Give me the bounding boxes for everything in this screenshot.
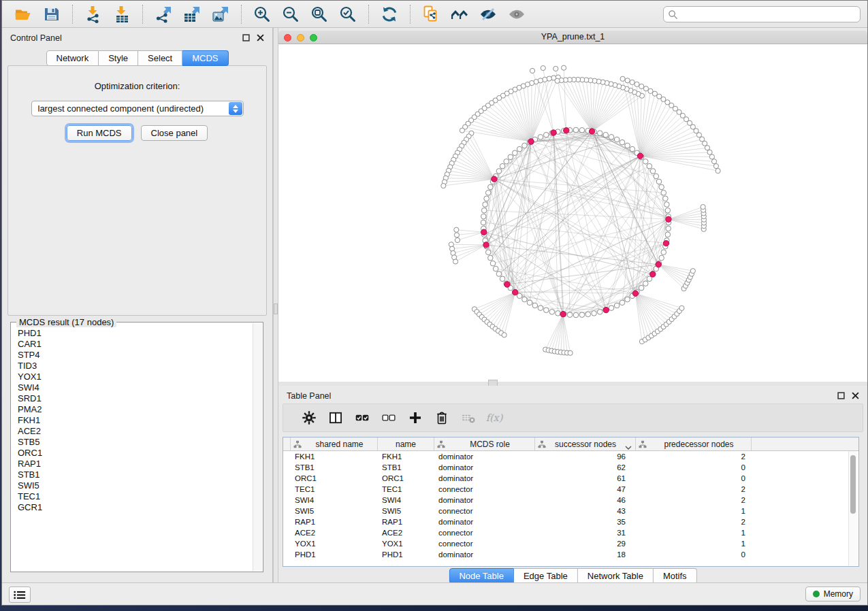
satellite-node[interactable] (643, 86, 648, 91)
mcds-result-item[interactable]: YOX1 (18, 371, 253, 382)
ring-node[interactable] (513, 150, 518, 156)
hub-node[interactable] (492, 176, 497, 182)
ring-node[interactable] (483, 202, 488, 208)
satellite-node[interactable] (455, 237, 460, 242)
ring-node[interactable] (597, 131, 602, 136)
mcds-result-item[interactable]: RAP1 (18, 459, 253, 469)
tab-style[interactable]: Style (99, 50, 138, 66)
ring-node[interactable] (573, 127, 579, 133)
add-column-icon[interactable] (405, 409, 425, 427)
hub-node[interactable] (560, 311, 566, 316)
ring-node[interactable] (639, 285, 644, 291)
ring-node[interactable] (481, 208, 487, 213)
mcds-result-item[interactable]: ACE2 (18, 426, 253, 437)
ring-node[interactable] (567, 312, 573, 318)
mcds-result-item[interactable]: TEC1 (18, 491, 253, 502)
ring-node[interactable] (481, 220, 486, 225)
select-all-columns-icon[interactable] (352, 409, 372, 427)
satellite-node[interactable] (652, 91, 657, 96)
ring-node[interactable] (603, 132, 609, 137)
ring-node[interactable] (538, 135, 543, 140)
column-header-predecessor-nodes[interactable]: predecessor nodes (636, 437, 752, 450)
table-row[interactable]: RAP1RAP1dominator352 (283, 516, 858, 527)
ring-node[interactable] (549, 310, 555, 315)
mcds-result-item[interactable]: STP4 (18, 350, 253, 361)
mcds-result-item[interactable]: STB1 (18, 469, 253, 480)
ring-node[interactable] (484, 196, 489, 201)
ring-node[interactable] (620, 139, 625, 145)
mcds-result-item[interactable]: TID3 (18, 361, 253, 371)
table-settings-icon[interactable] (299, 409, 319, 427)
satellite-node[interactable] (453, 259, 458, 264)
satellite-node[interactable] (502, 333, 507, 337)
ring-node[interactable] (556, 311, 561, 316)
ring-node[interactable] (508, 154, 513, 160)
satellite-node[interactable] (679, 306, 684, 310)
ring-node[interactable] (647, 163, 652, 169)
search-box[interactable] (663, 6, 861, 22)
ring-node[interactable] (665, 232, 671, 237)
ring-node[interactable] (614, 137, 620, 142)
table-row[interactable]: YOX1YOX1connector291 (283, 538, 858, 549)
satellite-node[interactable] (648, 88, 653, 93)
ring-node[interactable] (609, 306, 614, 311)
table-scrollbar[interactable] (848, 451, 858, 565)
column-header-shared-name[interactable]: shared name (291, 437, 378, 450)
tab-network-table[interactable]: Network Table (578, 568, 654, 584)
satellite-node[interactable] (454, 227, 459, 232)
vertical-splitter-handle[interactable] (274, 303, 278, 314)
mcds-result-item[interactable]: ORC1 (18, 448, 253, 459)
satellite-node[interactable] (620, 76, 625, 81)
ring-node[interactable] (500, 276, 505, 282)
ring-node[interactable] (592, 311, 597, 316)
column-header-successor-nodes[interactable]: successor nodes (535, 437, 636, 450)
mcds-result-item[interactable]: PMA2 (18, 404, 253, 415)
mcds-result-item[interactable]: SWI5 (18, 480, 253, 491)
import-table-icon[interactable] (112, 4, 132, 24)
zoom-out-icon[interactable] (280, 4, 301, 24)
ring-node[interactable] (625, 297, 630, 302)
sort-desc-icon[interactable] (625, 442, 632, 446)
hub-node[interactable] (663, 240, 669, 246)
tab-mcds[interactable]: MCDS (182, 50, 228, 66)
ring-node[interactable] (656, 179, 662, 184)
mcds-result-item[interactable]: SRD1 (18, 393, 253, 404)
ring-node[interactable] (661, 250, 666, 255)
satellite-node[interactable] (454, 233, 459, 237)
vertical-splitter[interactable] (273, 28, 278, 583)
ring-node[interactable] (500, 163, 505, 169)
mcds-result-item[interactable]: FKH1 (18, 415, 253, 426)
tab-network[interactable]: Network (46, 50, 99, 66)
mcds-result-scrollbar[interactable] (253, 323, 262, 571)
ring-node[interactable] (485, 250, 491, 255)
ring-node[interactable] (663, 196, 669, 201)
open-session-icon[interactable] (13, 4, 33, 24)
delete-column-icon[interactable] (432, 409, 452, 427)
ring-node[interactable] (625, 143, 630, 148)
memory-button[interactable]: Memory (805, 587, 861, 601)
satellite-node[interactable] (568, 350, 573, 355)
criterion-select[interactable]: largest connected component (undirected) (31, 101, 244, 116)
new-network-from-selection-icon[interactable] (421, 4, 441, 24)
mcds-result-item[interactable]: CAR1 (18, 339, 253, 350)
ring-node[interactable] (538, 306, 543, 311)
satellite-node[interactable] (547, 76, 551, 81)
satellite-node[interactable] (530, 68, 534, 73)
satellite-node[interactable] (713, 164, 718, 169)
satellite-node[interactable] (634, 82, 639, 86)
tab-edge-table[interactable]: Edge Table (514, 568, 578, 584)
zoom-fit-icon[interactable] (309, 4, 329, 24)
float-table-panel-icon[interactable] (837, 392, 845, 399)
tab-node-table[interactable]: Node Table (449, 568, 514, 584)
export-network-icon[interactable] (153, 4, 174, 24)
tab-motifs[interactable]: Motifs (654, 568, 697, 584)
hub-node[interactable] (504, 282, 510, 287)
satellite-node[interactable] (555, 78, 560, 83)
hub-node[interactable] (656, 262, 661, 267)
column-header-name[interactable]: name (378, 437, 434, 450)
table-row[interactable]: SWI5SWI5connector431 (283, 506, 858, 516)
ring-node[interactable] (597, 310, 602, 315)
ring-node[interactable] (532, 303, 538, 308)
ring-node[interactable] (643, 159, 648, 165)
satellite-node[interactable] (460, 128, 464, 133)
